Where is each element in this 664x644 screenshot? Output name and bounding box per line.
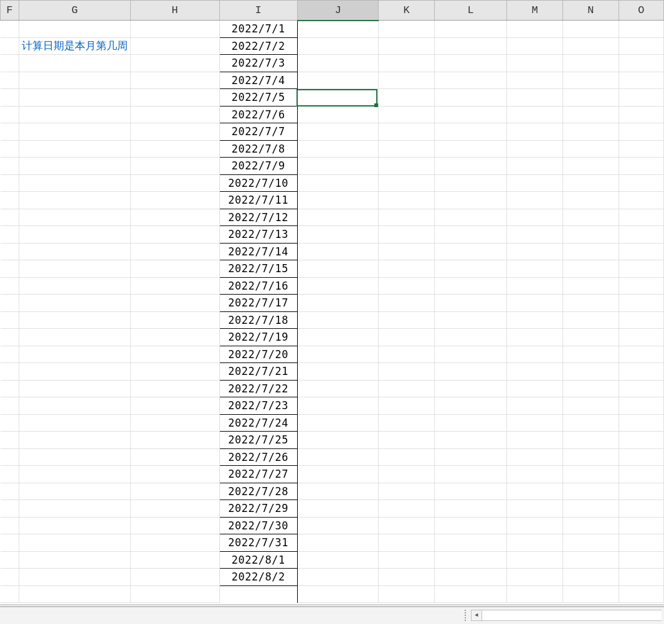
column-header-K[interactable]: K <box>379 1 435 21</box>
cell-O-23[interactable] <box>619 414 663 432</box>
cell-F-8[interactable] <box>1 158 19 175</box>
cell-M-23[interactable] <box>507 414 563 432</box>
cell-I-2[interactable]: 2022/7/3 <box>219 55 297 72</box>
cell-N-30[interactable] <box>563 534 619 552</box>
cell-I-22[interactable]: 2022/7/23 <box>219 397 297 415</box>
cell-I-33[interactable] <box>219 585 297 603</box>
cell-N-16[interactable] <box>563 295 619 312</box>
cell-F-17[interactable] <box>1 311 19 329</box>
cell-M-5[interactable] <box>507 106 563 123</box>
cell-J-26[interactable] <box>297 466 378 483</box>
cell-F-14[interactable] <box>1 260 19 278</box>
cell-G-33[interactable] <box>19 585 130 603</box>
cell-L-19[interactable] <box>435 346 507 363</box>
cell-F-16[interactable] <box>1 295 19 312</box>
cell-H-32[interactable] <box>130 569 219 586</box>
cell-N-28[interactable] <box>563 500 619 518</box>
cell-L-31[interactable] <box>435 551 507 569</box>
cell-N-12[interactable] <box>563 226 619 244</box>
cell-O-27[interactable] <box>619 483 663 500</box>
cell-N-33[interactable] <box>563 585 619 603</box>
cell-G-30[interactable] <box>19 534 130 552</box>
cell-H-11[interactable] <box>130 209 219 226</box>
cell-G-7[interactable] <box>19 140 130 158</box>
cell-G-32[interactable] <box>19 569 130 586</box>
cell-H-6[interactable] <box>130 123 219 141</box>
cell-H-17[interactable] <box>130 311 219 329</box>
cell-M-2[interactable] <box>507 55 563 72</box>
cell-O-33[interactable] <box>619 585 663 603</box>
cell-L-21[interactable] <box>435 380 507 397</box>
cell-M-17[interactable] <box>507 311 563 329</box>
cell-G-10[interactable] <box>19 192 130 209</box>
cell-G-17[interactable] <box>19 311 130 329</box>
cell-K-29[interactable] <box>379 517 435 534</box>
cell-J-33[interactable] <box>297 585 378 603</box>
cell-O-2[interactable] <box>619 55 663 72</box>
cell-K-4[interactable] <box>379 89 435 107</box>
cell-M-30[interactable] <box>507 534 563 552</box>
cell-J-21[interactable] <box>297 380 378 397</box>
cell-K-2[interactable] <box>379 55 435 72</box>
cell-H-12[interactable] <box>130 226 219 244</box>
cell-J-18[interactable] <box>297 329 378 346</box>
cell-G-6[interactable] <box>19 123 130 141</box>
cell-H-24[interactable] <box>130 432 219 449</box>
cell-N-5[interactable] <box>563 106 619 123</box>
cell-O-10[interactable] <box>619 192 663 209</box>
cell-I-5[interactable]: 2022/7/6 <box>219 106 297 123</box>
cell-J-12[interactable] <box>297 226 378 244</box>
cell-M-32[interactable] <box>507 569 563 586</box>
cell-I-27[interactable]: 2022/7/28 <box>219 483 297 500</box>
cell-K-26[interactable] <box>379 466 435 483</box>
cell-J-17[interactable] <box>297 311 378 329</box>
cell-J-2[interactable] <box>297 55 378 72</box>
cell-G-9[interactable] <box>19 174 130 192</box>
cell-I-18[interactable]: 2022/7/19 <box>219 329 297 346</box>
cell-M-25[interactable] <box>507 448 563 466</box>
cell-L-18[interactable] <box>435 329 507 346</box>
cell-L-3[interactable] <box>435 72 507 89</box>
cell-L-14[interactable] <box>435 260 507 278</box>
cell-J-8[interactable] <box>297 158 378 175</box>
cell-O-17[interactable] <box>619 311 663 329</box>
cell-O-15[interactable] <box>619 277 663 295</box>
cell-L-26[interactable] <box>435 466 507 483</box>
cell-J-0[interactable] <box>297 21 378 38</box>
cell-O-18[interactable] <box>619 329 663 346</box>
cell-O-16[interactable] <box>619 295 663 312</box>
cell-N-15[interactable] <box>563 277 619 295</box>
spreadsheet-grid[interactable]: FGHIJKLMNO2022/7/1计算日期是本月第几周2022/7/22022… <box>0 0 664 604</box>
cell-J-3[interactable] <box>297 72 378 89</box>
cell-I-0[interactable]: 2022/7/1 <box>219 21 297 38</box>
cell-K-32[interactable] <box>379 569 435 586</box>
cell-N-22[interactable] <box>563 397 619 415</box>
cell-L-8[interactable] <box>435 158 507 175</box>
cell-L-13[interactable] <box>435 243 507 260</box>
cell-O-12[interactable] <box>619 226 663 244</box>
cell-L-16[interactable] <box>435 295 507 312</box>
cell-N-7[interactable] <box>563 140 619 158</box>
cell-K-31[interactable] <box>379 551 435 569</box>
cell-I-6[interactable]: 2022/7/7 <box>219 123 297 141</box>
cell-J-5[interactable] <box>297 106 378 123</box>
cell-L-2[interactable] <box>435 55 507 72</box>
cell-M-21[interactable] <box>507 380 563 397</box>
cell-I-9[interactable]: 2022/7/10 <box>219 174 297 192</box>
column-header-H[interactable]: H <box>130 1 219 21</box>
cell-M-15[interactable] <box>507 277 563 295</box>
cell-G-14[interactable] <box>19 260 130 278</box>
cell-G-11[interactable] <box>19 209 130 226</box>
cell-H-31[interactable] <box>130 551 219 569</box>
cell-O-0[interactable] <box>619 21 663 38</box>
cell-L-24[interactable] <box>435 432 507 449</box>
cell-I-24[interactable]: 2022/7/25 <box>219 432 297 449</box>
column-header-M[interactable]: M <box>507 1 563 21</box>
cell-M-9[interactable] <box>507 174 563 192</box>
cell-O-24[interactable] <box>619 432 663 449</box>
cell-G-19[interactable] <box>19 346 130 363</box>
cell-N-18[interactable] <box>563 329 619 346</box>
cell-M-1[interactable] <box>507 37 563 55</box>
cell-K-3[interactable] <box>379 72 435 89</box>
cell-L-32[interactable] <box>435 569 507 586</box>
